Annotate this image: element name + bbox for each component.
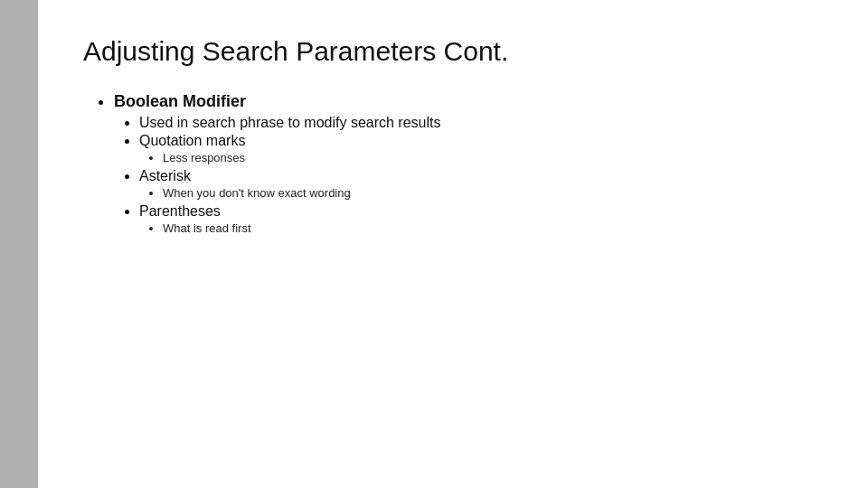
level3-list-quotation: Less responses — [139, 151, 823, 164]
level3-list-parentheses: What is read first — [139, 221, 823, 235]
level3-list-asterisk: When you don't know exact wording — [139, 186, 823, 200]
list-item-asterisk: Asterisk When you don't know exact wordi… — [139, 168, 823, 200]
level2-list: Used in search phrase to modify search r… — [114, 115, 823, 235]
slide-title: Adjusting Search Parameters Cont. — [83, 36, 823, 67]
list-item-parentheses: Parentheses What is read first — [139, 203, 823, 235]
list-item-quotation-marks: Quotation marks Less responses — [139, 133, 823, 164]
list-item-boolean: Boolean Modifier Used in search phrase t… — [114, 92, 823, 235]
slide: Adjusting Search Parameters Cont. Boolea… — [38, 0, 868, 488]
slide-content: Boolean Modifier Used in search phrase t… — [83, 92, 823, 235]
list-item-read-first: What is read first — [163, 221, 823, 235]
sidebar — [0, 0, 38, 488]
boolean-modifier-label: Boolean Modifier — [114, 92, 246, 110]
list-item-less-responses: Less responses — [163, 151, 823, 164]
list-item-used-in-search: Used in search phrase to modify search r… — [139, 115, 823, 131]
level1-list: Boolean Modifier Used in search phrase t… — [92, 92, 823, 235]
list-item-wording: When you don't know exact wording — [163, 186, 823, 200]
